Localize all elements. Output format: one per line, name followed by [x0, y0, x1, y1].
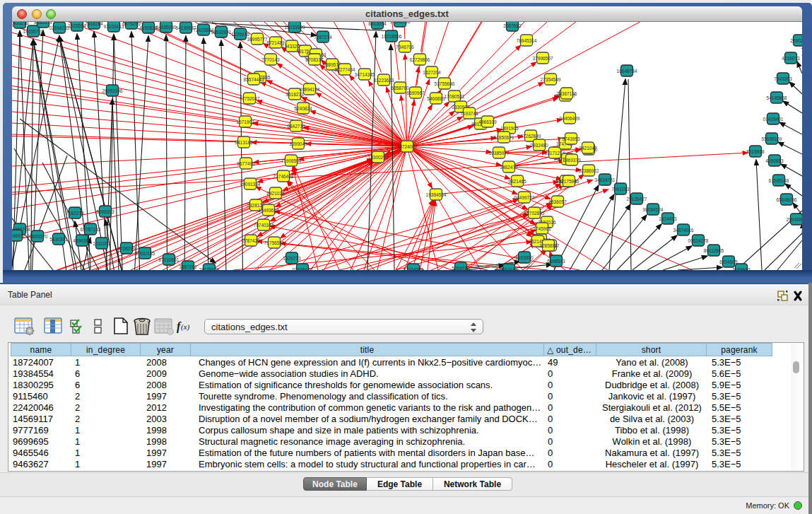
svg-text:73178108: 73178108 [199, 267, 220, 271]
svg-text:4896383: 4896383 [73, 238, 91, 243]
svg-text:7346706: 7346706 [396, 45, 414, 49]
svg-text:62386922: 62386922 [579, 168, 599, 173]
svg-text:2787429: 2787429 [242, 238, 260, 243]
svg-text:2421024: 2421024 [266, 191, 285, 196]
svg-text:71746488: 71746488 [273, 174, 294, 179]
svg-text:55698169: 55698169 [762, 136, 782, 141]
svg-text:37996507: 37996507 [533, 56, 553, 61]
svg-text:9743953: 9743953 [562, 136, 580, 141]
svg-text:3158692: 3158692 [732, 267, 751, 271]
svg-text:64835030: 64835030 [156, 25, 177, 30]
svg-text:87234309: 87234309 [404, 267, 424, 271]
svg-text:2260256: 2260256 [790, 38, 802, 43]
svg-text:37631165: 37631165 [135, 251, 155, 256]
svg-text:16033809: 16033809 [285, 25, 305, 30]
svg-text:1627204: 1627204 [423, 70, 441, 75]
svg-text:8148932: 8148932 [12, 233, 25, 238]
svg-text:7543303: 7543303 [774, 76, 792, 81]
svg-text:6690967: 6690967 [406, 90, 425, 95]
svg-text:8386379: 8386379 [34, 22, 52, 25]
svg-text:65648236: 65648236 [777, 197, 797, 202]
svg-text:8708317: 8708317 [305, 57, 324, 62]
svg-text:28809570: 28809570 [28, 234, 48, 239]
svg-text:79740344: 79740344 [254, 223, 274, 228]
svg-text:7991183: 7991183 [612, 187, 630, 192]
svg-text:7357274: 7357274 [314, 35, 332, 40]
svg-text:80112805: 80112805 [704, 248, 724, 253]
svg-text:3518233: 3518233 [286, 92, 304, 97]
svg-text:77752047: 77752047 [240, 96, 260, 101]
svg-text:00524278: 00524278 [688, 238, 709, 243]
svg-text:01429401: 01429401 [763, 117, 784, 122]
svg-text:93103413: 93103413 [104, 24, 124, 29]
svg-text:1399049: 1399049 [289, 141, 307, 146]
svg-text:0842710: 0842710 [287, 124, 305, 129]
svg-text:71756551: 71756551 [264, 240, 285, 245]
svg-text:04499727: 04499727 [514, 195, 535, 200]
svg-text:4060883: 4060883 [765, 158, 784, 163]
svg-text:26053346: 26053346 [102, 88, 123, 93]
svg-text:53755646: 53755646 [435, 81, 455, 86]
svg-text:5009788: 5009788 [452, 266, 470, 271]
svg-text:7770143: 7770143 [261, 57, 280, 62]
svg-text:6658760: 6658760 [391, 86, 409, 90]
svg-text:7193745: 7193745 [460, 111, 478, 116]
svg-text:1491905: 1491905 [500, 126, 519, 131]
svg-text:4216073: 4216073 [782, 56, 800, 61]
svg-text:82175946: 82175946 [559, 179, 579, 184]
svg-text:76945314: 76945314 [517, 38, 537, 43]
svg-text:1745961: 1745961 [533, 226, 551, 231]
svg-text:9821465: 9821465 [508, 179, 526, 184]
svg-text:4966319: 4966319 [478, 119, 497, 124]
svg-text:1615594: 1615594 [68, 23, 86, 28]
svg-text:1326773: 1326773 [283, 256, 301, 261]
svg-text:62702895: 62702895 [524, 211, 545, 216]
svg-text:14055724: 14055724 [23, 29, 44, 34]
svg-text:5240824: 5240824 [294, 106, 312, 111]
svg-text:1969379: 1969379 [563, 158, 581, 163]
svg-text:0932480: 0932480 [530, 143, 548, 148]
svg-text:17080531: 17080531 [445, 94, 465, 99]
svg-text:(x): (x) [181, 322, 190, 332]
svg-text:27354549: 27354549 [541, 77, 561, 82]
svg-text:4192832: 4192832 [139, 25, 158, 30]
svg-text:85574443: 85574443 [244, 77, 264, 82]
svg-text:19384554: 19384554 [426, 192, 447, 197]
svg-text:71906594: 71906594 [281, 158, 302, 163]
svg-text:0812191: 0812191 [500, 267, 518, 271]
svg-text:34874016: 34874016 [673, 228, 694, 233]
svg-text:99091334: 99091334 [240, 182, 261, 187]
svg-text:6193990: 6193990 [515, 255, 534, 260]
svg-text:5098393: 5098393 [96, 209, 114, 214]
svg-text:67010651: 67010651 [159, 257, 180, 262]
svg-text:57262849: 57262849 [521, 134, 541, 139]
svg-text:7816184: 7816184 [85, 22, 103, 26]
svg-text:9413186: 9413186 [235, 140, 253, 145]
svg-text:3482477: 3482477 [500, 165, 518, 170]
svg-text:3387262: 3387262 [179, 264, 197, 269]
svg-text:18724007: 18724007 [397, 144, 418, 149]
svg-text:96532871: 96532871 [211, 30, 232, 35]
svg-text:8677496: 8677496 [237, 161, 255, 166]
svg-text:65787133: 65787133 [81, 227, 101, 232]
svg-text:87277434: 87277434 [335, 67, 355, 72]
svg-text:6475255: 6475255 [122, 22, 141, 26]
svg-text:7182278: 7182278 [66, 211, 84, 216]
svg-text:61595148: 61595148 [769, 178, 789, 183]
svg-text:54145868: 54145868 [767, 95, 787, 100]
svg-text:25135427: 25135427 [627, 197, 647, 201]
svg-text:97848018: 97848018 [390, 22, 411, 24]
svg-text:8215958: 8215958 [746, 149, 765, 154]
svg-text:34714345: 34714345 [355, 72, 375, 77]
svg-text:49894134: 49894134 [300, 87, 320, 92]
svg-text:34624751: 34624751 [595, 177, 616, 182]
svg-text:3285884: 3285884 [539, 243, 558, 248]
svg-text:18300293: 18300293 [368, 155, 389, 160]
svg-text:36995777: 36995777 [247, 37, 268, 42]
svg-text:9636057: 9636057 [548, 199, 567, 204]
svg-text:2087682: 2087682 [503, 23, 522, 28]
svg-text:02606474: 02606474 [293, 267, 313, 271]
svg-text:6998543: 6998543 [547, 259, 565, 264]
svg-text:74367136: 74367136 [557, 91, 577, 96]
svg-text:98084124: 98084124 [643, 207, 664, 212]
